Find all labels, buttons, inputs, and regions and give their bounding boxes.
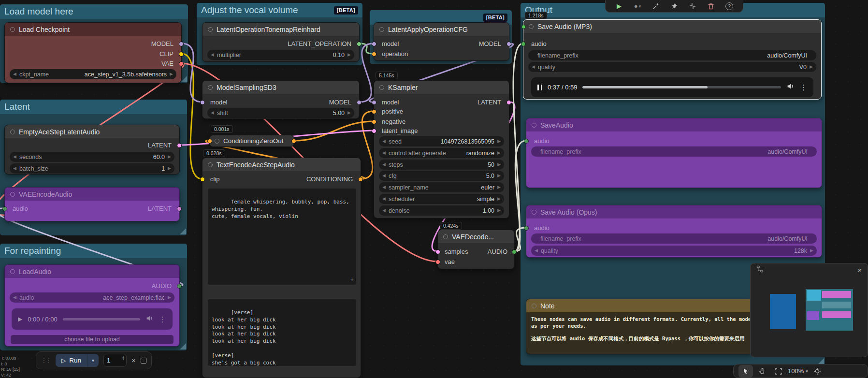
node-header[interactable]: SaveAudio bbox=[526, 118, 822, 131]
node-header[interactable]: Save Audio (Opus) bbox=[526, 205, 822, 218]
decrement-icon[interactable]: ◀ bbox=[211, 53, 214, 57]
minimap-panel[interactable]: × bbox=[750, 263, 868, 357]
node-header[interactable]: VAEDecode... bbox=[438, 230, 514, 243]
play-icon[interactable]: ▶ bbox=[18, 316, 22, 322]
port-latent-output[interactable] bbox=[506, 100, 511, 105]
widget-denoise[interactable]: ◀ denoise 1.00 ▶ bbox=[379, 205, 504, 216]
pan-tool-button[interactable] bbox=[755, 365, 769, 378]
pause-icon[interactable] bbox=[537, 85, 542, 90]
textarea-resize-icon[interactable]: + bbox=[350, 276, 354, 283]
select-tool-button[interactable] bbox=[738, 365, 753, 378]
decrement-icon[interactable]: ◀ bbox=[382, 174, 386, 178]
help-button[interactable]: ? bbox=[720, 0, 738, 13]
decrement-icon[interactable]: ◀ bbox=[382, 162, 386, 167]
port-audio-input[interactable] bbox=[2, 206, 7, 211]
decrement-icon[interactable]: ◀ bbox=[211, 111, 214, 115]
choose-file-button[interactable]: choose file to upload bbox=[11, 335, 174, 344]
player-menu-icon[interactable]: ⋮ bbox=[159, 316, 166, 323]
node-save-audio-opus[interactable]: Save Audio (Opus) audio filename_prefix … bbox=[526, 205, 822, 258]
zoom-level-button[interactable]: 100% ▾ bbox=[788, 365, 808, 378]
port-model-input[interactable] bbox=[372, 42, 376, 46]
port-audio-output[interactable] bbox=[512, 249, 517, 254]
collapse-dot[interactable] bbox=[532, 304, 536, 308]
collapse-dot[interactable] bbox=[532, 210, 536, 215]
widget-multiplier[interactable]: ◀ multiplier 0.10 ▶ bbox=[207, 50, 354, 60]
decrement-icon[interactable]: ◀ bbox=[382, 151, 386, 155]
execute-button[interactable]: ▶ bbox=[610, 0, 628, 13]
delete-button[interactable] bbox=[702, 0, 720, 13]
port-latent-output[interactable] bbox=[177, 143, 182, 148]
widget-filename-prefix[interactable]: filename_prefix audio/ComfyUI bbox=[531, 146, 817, 157]
node-latent-operation-tonemap[interactable]: LatentOperationTonemapReinhard LATENT_OP… bbox=[202, 22, 360, 62]
node-header[interactable]: ModelSamplingSD3 bbox=[203, 81, 359, 94]
node-text-encode-ace-step[interactable]: TextEncodeAceStepAudio clip CONDITIONING… bbox=[202, 158, 361, 378]
increment-icon[interactable]: ▶ bbox=[497, 197, 501, 201]
node-load-audio[interactable]: LoadAudio AUDIO ◀ audio ace_step_example… bbox=[4, 264, 180, 347]
node-latent-apply-operation-cfg[interactable]: LatentApplyOperationCFG model operation … bbox=[374, 22, 509, 61]
port-samples-input[interactable] bbox=[435, 249, 440, 254]
widget-ckpt-name[interactable]: ◀ ckpt_name ace_step_v1_3.5b.safetensors… bbox=[10, 69, 176, 79]
clear-queue-button[interactable]: × bbox=[131, 356, 136, 364]
volume-icon[interactable] bbox=[786, 82, 795, 92]
port-conditioning-output[interactable] bbox=[358, 177, 363, 182]
node-empty-ace-step-latent-audio[interactable]: EmptyAceStepLatentAudio LATENT ◀ seconds… bbox=[4, 125, 180, 174]
port-latent-operation-output[interactable] bbox=[357, 42, 362, 46]
port-conditioning-output[interactable] bbox=[291, 139, 296, 144]
node-header[interactable]: TextEncodeAceStepAudio bbox=[203, 158, 361, 171]
increment-icon[interactable]: ▶ bbox=[168, 166, 171, 171]
widget-cfg[interactable]: ◀ cfg 5.0 ▶ bbox=[379, 171, 504, 181]
node-vae-encode-audio[interactable]: VAEEncodeAudio audio LATENT bbox=[4, 187, 180, 221]
increment-icon[interactable]: ▶ bbox=[497, 151, 501, 155]
decrement-icon[interactable]: ◀ bbox=[13, 155, 16, 159]
run-options-button[interactable]: ▾ bbox=[87, 354, 99, 367]
node-header[interactable]: Load Checkpoint bbox=[5, 23, 181, 36]
minimap-viewport[interactable] bbox=[770, 294, 796, 329]
collapse-dot[interactable] bbox=[532, 123, 536, 128]
decrement-icon[interactable]: ◀ bbox=[532, 65, 535, 69]
node-vae-decode-audio[interactable]: VAEDecode... samples vae AUDIO bbox=[437, 230, 515, 269]
player-seekbar[interactable] bbox=[582, 86, 781, 88]
fit-view-button[interactable] bbox=[771, 365, 786, 378]
drag-handle-icon[interactable]: ⋮⋮ bbox=[41, 357, 51, 364]
port-model-output[interactable] bbox=[357, 100, 362, 105]
widget-steps[interactable]: ◀ steps 50 ▶ bbox=[379, 160, 504, 170]
increment-icon[interactable]: ▶ bbox=[497, 208, 501, 213]
collapse-dot[interactable] bbox=[379, 85, 384, 90]
volume-icon[interactable] bbox=[145, 314, 154, 324]
collapse-dot[interactable] bbox=[215, 139, 219, 144]
port-audio-input[interactable] bbox=[524, 139, 529, 144]
increment-icon[interactable]: ▶ bbox=[497, 174, 501, 178]
node-header[interactable]: LatentOperationTonemapReinhard bbox=[203, 23, 359, 36]
player-menu-icon[interactable]: ⋮ bbox=[800, 84, 807, 91]
node-header[interactable]: LatentApplyOperationCFG bbox=[374, 23, 509, 36]
port-positive-input[interactable] bbox=[372, 109, 376, 114]
port-clip-input[interactable] bbox=[200, 177, 205, 182]
edit-wand-button[interactable] bbox=[647, 0, 665, 13]
stop-button[interactable] bbox=[141, 358, 146, 363]
decrement-icon[interactable]: ◀ bbox=[13, 72, 16, 76]
node-header[interactable]: Note bbox=[526, 299, 752, 312]
node-note[interactable]: Note These nodes can save audio in diffe… bbox=[526, 299, 753, 354]
node-save-audio[interactable]: SaveAudio audio filename_prefix audio/Co… bbox=[526, 118, 822, 188]
port-latent-output[interactable] bbox=[177, 206, 182, 211]
collapse-dot[interactable] bbox=[379, 27, 384, 32]
node-model-sampling-sd3[interactable]: ModelSamplingSD3 model MODEL ◀ shift 5.0… bbox=[202, 80, 360, 119]
node-header[interactable]: EmptyAceStepLatentAudio bbox=[5, 125, 179, 138]
collapse-dot[interactable] bbox=[10, 130, 15, 134]
port-vae-input[interactable] bbox=[435, 260, 440, 264]
collapse-dot[interactable] bbox=[208, 27, 213, 32]
increment-icon[interactable]: ▶ bbox=[497, 162, 501, 167]
color-picker-button[interactable]: ●▾ bbox=[628, 0, 647, 13]
port-audio-output[interactable] bbox=[177, 284, 182, 289]
collapse-dot[interactable] bbox=[529, 24, 534, 29]
widget-seconds[interactable]: ◀ seconds 60.0 ▶ bbox=[10, 152, 174, 162]
widget-sampler-name[interactable]: ◀ sampler_name euler ▶ bbox=[379, 182, 504, 192]
decrement-icon[interactable]: ◀ bbox=[13, 166, 16, 171]
collapse-dot[interactable] bbox=[10, 269, 15, 274]
collapse-dot[interactable] bbox=[10, 192, 15, 197]
player-seekbar[interactable] bbox=[63, 318, 140, 320]
port-model-output[interactable] bbox=[179, 42, 184, 46]
node-header[interactable]: LoadAudio bbox=[5, 265, 179, 278]
widget-seed[interactable]: ◀ seed 1049726813565095 ▶ bbox=[379, 136, 504, 146]
port-conditioning-input[interactable] bbox=[207, 139, 212, 144]
